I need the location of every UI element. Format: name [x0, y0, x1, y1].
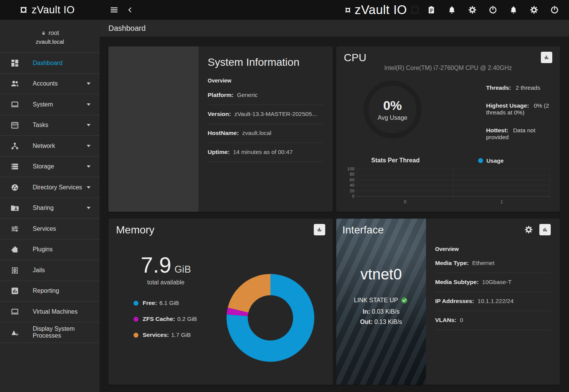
brand-logo-ghost-icon	[408, 3, 421, 16]
lock-icon	[41, 30, 46, 36]
svg-text:40: 40	[350, 183, 354, 187]
power-button[interactable]	[488, 5, 497, 14]
legend-label: Free:	[143, 300, 157, 306]
power-icon	[488, 5, 497, 14]
cpu-stat-row: Highest Usage: 0% (2 threads at 0%)	[486, 102, 552, 116]
interface-image-panel: Interface vtnet0 LINK STATE UP In: 0.03 …	[336, 219, 426, 385]
row-value: 10Gbase-T	[482, 279, 512, 286]
card-title: Interface	[342, 224, 420, 236]
sidebar-item-storage[interactable]: Storage	[0, 157, 100, 178]
sidebar-item-label: Services	[33, 225, 56, 232]
cpu-model: Intel(R) Core(TM) i7-2760QM CPU @ 2.40GH…	[344, 65, 552, 71]
section-heading: Overview	[435, 246, 551, 252]
chevron-down-icon	[87, 186, 91, 189]
sidebar-item-reporting[interactable]: Reporting	[0, 281, 100, 302]
sidebar-item-display-system-processes[interactable]: Display System Processes	[0, 322, 100, 343]
server-stack-icon	[10, 162, 19, 171]
settings-button-2[interactable]	[529, 5, 539, 14]
check-circle-icon	[401, 297, 408, 304]
sidebar: root zvault.local Dashboard Accounts	[0, 20, 100, 392]
sidebar-item-plugins[interactable]: Plugins	[0, 240, 100, 260]
memory-total-unit: GiB	[175, 263, 191, 275]
brand-mini-logo-icon	[344, 6, 351, 14]
svg-text:0: 0	[352, 194, 354, 198]
interface-card: Interface vtnet0 LINK STATE UP In: 0.03 …	[336, 219, 560, 385]
alerts-button-2[interactable]	[509, 5, 518, 14]
row-label: Hottest:	[486, 127, 509, 133]
sidebar-item-label: Jails	[33, 267, 45, 274]
laptop-icon	[10, 100, 19, 109]
system-image-panel	[108, 46, 199, 212]
sidebar-item-accounts[interactable]: Accounts	[0, 74, 100, 95]
row-label: IP Addresses:	[435, 298, 474, 305]
in-label: In:	[363, 308, 370, 315]
legend-label: ZFS Cache:	[143, 316, 175, 322]
sidebar-item-label: Storage	[33, 163, 54, 170]
chevron-down-icon	[87, 103, 91, 106]
interface-settings-button[interactable]	[524, 225, 533, 234]
card-title: CPU	[344, 52, 366, 64]
sidebar-item-network[interactable]: Network	[0, 136, 100, 157]
gear-icon	[524, 225, 533, 234]
settings-button[interactable]	[468, 5, 477, 14]
bar-chart-icon	[542, 226, 548, 233]
cpu-stat-row: Threads: 2 threads	[486, 84, 552, 91]
row-value: 0	[460, 317, 463, 324]
alerts-button[interactable]	[447, 5, 456, 14]
row-label: Version:	[208, 111, 231, 117]
legend-dot-icon	[134, 317, 138, 322]
cpu-avg-usage-label: Avg Usage	[378, 114, 407, 121]
accounts-icon	[10, 79, 19, 88]
row-label: VLANs:	[435, 317, 456, 324]
info-row: VLANs: 0	[435, 311, 551, 330]
sidebar-item-directory-services[interactable]: Directory Services	[0, 177, 100, 198]
user-block: root zvault.local	[0, 20, 100, 53]
power-icon	[550, 5, 559, 14]
sidebar-item-label: Network	[33, 143, 55, 149]
memory-chart-toggle-button[interactable]	[314, 224, 325, 235]
interface-chart-toggle-button[interactable]	[539, 224, 551, 235]
gear-icon	[468, 5, 477, 14]
cpu-stat-row: Hottest: Data not provided	[486, 127, 552, 141]
bar-chart-icon	[316, 226, 323, 233]
tasks-manager-button[interactable]	[427, 5, 436, 14]
sidebar-item-system[interactable]: System	[0, 94, 100, 115]
cpu-chart-toggle-button[interactable]	[541, 52, 552, 63]
network-icon	[10, 141, 19, 151]
sidebar-item-tasks[interactable]: Tasks	[0, 115, 100, 136]
jail-icon	[10, 266, 19, 275]
svg-text:1: 1	[501, 199, 503, 204]
sidebar-item-label: Directory Services	[33, 184, 82, 191]
row-label: Uptime:	[208, 149, 230, 156]
chevron-down-icon	[87, 83, 91, 85]
menu-toggle-button[interactable]	[110, 5, 119, 14]
cpu-legend-label: Usage	[486, 157, 504, 164]
info-row: HostName: zvault.local	[208, 124, 324, 143]
interface-name: vtnet0	[342, 266, 420, 283]
topbar-icons	[421, 5, 569, 14]
legend-value: 0.2 GiB	[177, 316, 197, 322]
sidebar-item-services[interactable]: Services	[0, 219, 100, 240]
sidebar-item-virtual-machines[interactable]: Virtual Machines	[0, 302, 100, 322]
shared-folder-icon	[10, 203, 19, 213]
chevron-down-icon	[87, 124, 91, 126]
breadcrumb[interactable]: Dashboard	[108, 24, 146, 33]
sidebar-item-jails[interactable]: Jails	[0, 260, 100, 281]
power-button-2[interactable]	[550, 5, 559, 14]
breadcrumb-bar: Dashboard	[100, 20, 569, 37]
brand-logo-icon	[19, 5, 28, 14]
cpu-card: CPU Intel(R) Core(TM) i7-2760QM CPU @ 2.…	[336, 46, 560, 212]
legend-item: ZFS Cache: 0.2 GiB	[134, 316, 216, 322]
back-button[interactable]	[126, 6, 134, 14]
legend-item: Services: 1.7 GiB	[134, 332, 216, 338]
sidebar-item-dashboard[interactable]: Dashboard	[0, 53, 100, 74]
row-value: 14 minutes as of 00:47	[233, 149, 293, 156]
brand-center: zVault IO	[344, 3, 421, 17]
row-label: Highest Usage:	[486, 102, 529, 109]
row-label: Media Type:	[435, 260, 469, 267]
laptop-icon	[10, 307, 19, 316]
legend-value: 6.1 GiB	[159, 300, 179, 306]
brand-center-name: zVault IO	[354, 3, 407, 17]
row-value: 2 threads	[516, 84, 540, 91]
sidebar-item-sharing[interactable]: Sharing	[0, 198, 100, 219]
